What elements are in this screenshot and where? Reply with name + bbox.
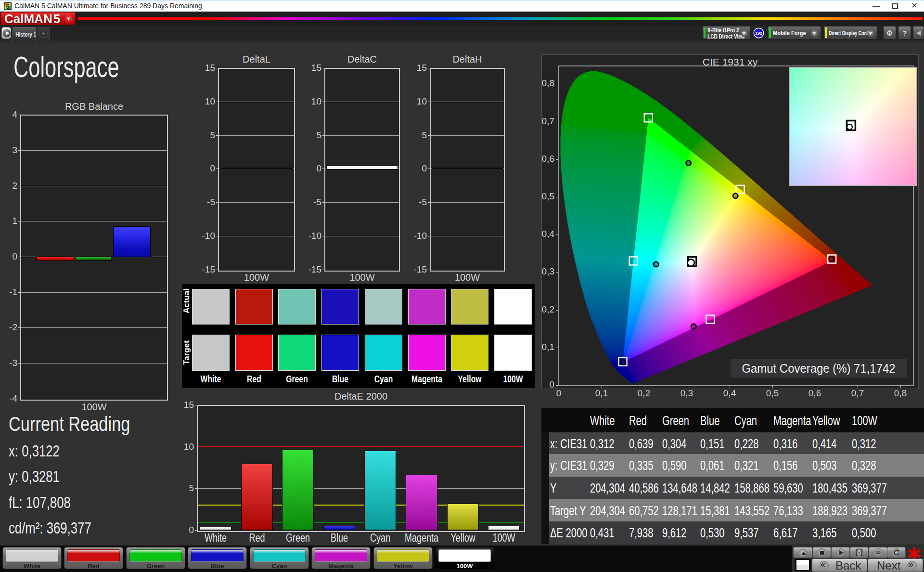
svg-text:5: 5 bbox=[6, 3, 9, 10]
svg-text:192: 192 bbox=[755, 31, 762, 36]
